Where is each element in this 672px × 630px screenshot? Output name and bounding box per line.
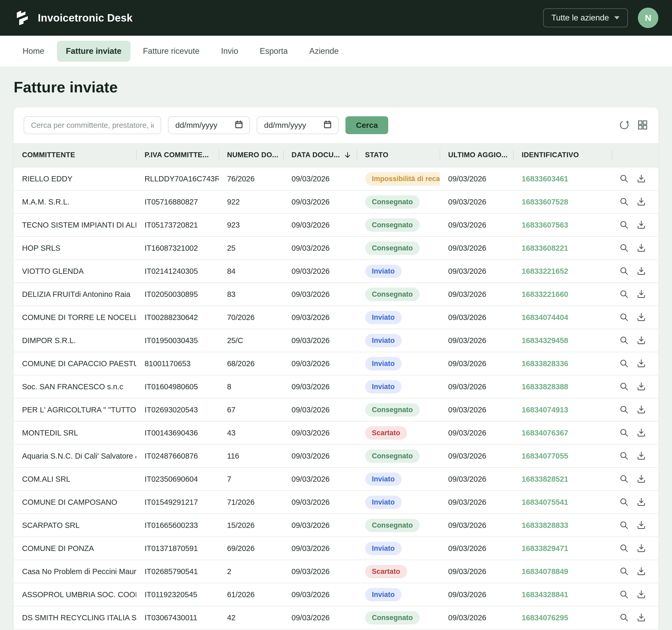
id-link[interactable]: 16833829471 <box>522 544 568 553</box>
id-link[interactable]: 16834074913 <box>522 406 568 414</box>
id-link[interactable]: 16833828833 <box>522 521 568 530</box>
view-invoice-button[interactable] <box>619 289 629 300</box>
id-link[interactable]: 16834076367 <box>522 429 568 437</box>
view-invoice-button[interactable] <box>619 474 629 485</box>
table-row[interactable]: MONTEDIL SRL IT00143690436 43 09/03/2026… <box>14 421 658 444</box>
download-invoice-button[interactable] <box>636 220 646 231</box>
view-invoice-button[interactable] <box>619 405 629 415</box>
table-row[interactable]: SCARPATO SRL IT01665600233 15/2026 09/03… <box>14 514 658 537</box>
view-invoice-button[interactable] <box>619 243 629 253</box>
nav-item-esporta[interactable]: Esporta <box>251 41 297 62</box>
table-row[interactable]: COMUNE DI CAMPOSANO IT01549291217 71/202… <box>14 491 658 514</box>
id-link[interactable]: 16833221660 <box>522 290 568 298</box>
nav-item-fatture-ricevute[interactable]: Fatture ricevute <box>134 41 209 62</box>
view-invoice-button[interactable] <box>619 566 629 577</box>
id-link[interactable]: 16834074404 <box>522 313 568 321</box>
download-invoice-button[interactable] <box>636 451 646 461</box>
column-header-identificativo[interactable]: IDENTIFICATIVO <box>513 143 612 167</box>
id-link[interactable]: 16833828336 <box>522 359 568 368</box>
download-invoice-button[interactable] <box>636 266 646 277</box>
table-row[interactable]: COMUNE DI TORRE LE NOCELLE IT00288230642… <box>14 306 658 329</box>
id-link[interactable]: 16833828521 <box>522 475 568 483</box>
view-invoice-button[interactable] <box>619 612 629 623</box>
table-row[interactable]: DIMPOR S.R.L. IT01950030435 25/C 09/03/2… <box>14 329 658 352</box>
download-invoice-button[interactable] <box>636 381 646 392</box>
columns-button[interactable] <box>637 119 648 131</box>
table-row[interactable]: DELIZIA FRUITdi Antonino Raia IT02050030… <box>14 283 658 306</box>
nav-item-fatture-inviate[interactable]: Fatture inviate <box>57 41 130 62</box>
table-row[interactable]: M.A.M. S.R.L. IT05716880827 922 09/03/20… <box>14 190 658 213</box>
refresh-button[interactable] <box>619 119 630 131</box>
table-row[interactable]: TECNO SISTEM IMPIANTI DI ALESSA IT051737… <box>14 213 658 237</box>
table-row[interactable]: COMUNE DI CAPACCIO PAESTUM 81001170653 6… <box>14 352 658 375</box>
view-invoice-button[interactable] <box>619 520 629 531</box>
download-invoice-button[interactable] <box>636 543 646 554</box>
table-row[interactable]: RIELLO EDDY RLLDDY70A16C743R 76/2026 09/… <box>14 167 658 190</box>
view-invoice-button[interactable] <box>619 220 629 231</box>
table-row[interactable]: Aquaria S.N.C. Di Cali' Salvatore & C IT… <box>14 444 658 467</box>
column-header-committente[interactable]: COMMITTENTE <box>14 143 136 167</box>
download-invoice-button[interactable] <box>636 520 646 531</box>
table-row[interactable]: HOP SRLS IT16087321002 25 09/03/2026 Con… <box>14 237 658 260</box>
view-invoice-button[interactable] <box>619 312 629 323</box>
download-invoice-button[interactable] <box>636 428 646 438</box>
id-link[interactable]: 16833608221 <box>522 244 568 252</box>
view-invoice-button[interactable] <box>619 451 629 461</box>
view-invoice-button[interactable] <box>619 335 629 346</box>
date-from-field[interactable]: dd/mm/yyyy <box>168 116 250 134</box>
download-invoice-button[interactable] <box>636 474 646 485</box>
id-link[interactable]: 16834076295 <box>522 613 568 622</box>
table-row[interactable]: VIOTTO GLENDA IT02141240305 84 09/03/202… <box>14 260 658 283</box>
id-link[interactable]: 16833607528 <box>522 198 568 206</box>
avatar[interactable]: N <box>638 8 658 28</box>
nav-item-home[interactable]: Home <box>14 41 53 62</box>
table-row[interactable]: Soc. SAN FRANCESCO s.n.c IT01604980605 8… <box>14 375 658 398</box>
view-invoice-button[interactable] <box>619 173 629 184</box>
table-row[interactable]: COM.ALI SRL IT02350690604 7 09/03/2026 I… <box>14 467 658 491</box>
table-row[interactable]: Casa No Problem di Peccini Maurizio IT02… <box>14 560 658 583</box>
view-invoice-button[interactable] <box>619 543 629 554</box>
search-button[interactable]: Cerca <box>345 116 388 134</box>
id-link[interactable]: 16833828388 <box>522 383 568 391</box>
date-to-field[interactable]: dd/mm/yyyy <box>257 116 339 134</box>
table-row[interactable]: COMUNE DI PONZA IT01371870591 69/2026 09… <box>14 537 658 560</box>
id-link[interactable]: 16834328841 <box>522 590 568 599</box>
table-row[interactable]: ASSOPROL UMBRIA SOC. COOP. IT01192320545… <box>14 583 658 606</box>
view-invoice-button[interactable] <box>619 358 629 369</box>
view-invoice-button[interactable] <box>619 197 629 208</box>
column-header-ultimo[interactable]: ULTIMO AGGIO... <box>440 143 513 167</box>
nav-item-aziende[interactable]: Aziende <box>300 41 347 62</box>
view-invoice-button[interactable] <box>619 428 629 438</box>
nav-item-invio[interactable]: Invio <box>212 41 247 62</box>
download-invoice-button[interactable] <box>636 612 646 623</box>
download-invoice-button[interactable] <box>636 197 646 208</box>
download-invoice-button[interactable] <box>636 566 646 577</box>
table-row[interactable]: PER L' AGRICOLTURA " "TUTTO IT0269302054… <box>14 398 658 421</box>
download-invoice-button[interactable] <box>636 589 646 600</box>
id-link[interactable]: 16833607563 <box>522 221 568 229</box>
download-invoice-button[interactable] <box>636 358 646 369</box>
download-invoice-button[interactable] <box>636 289 646 300</box>
id-link[interactable]: 16833603461 <box>522 174 568 183</box>
view-invoice-button[interactable] <box>619 497 629 508</box>
view-invoice-button[interactable] <box>619 266 629 277</box>
download-invoice-button[interactable] <box>636 243 646 253</box>
company-selector-button[interactable]: Tutte le aziende <box>543 8 628 27</box>
download-invoice-button[interactable] <box>636 497 646 508</box>
column-header-piva[interactable]: P.IVA COMMITTE... <box>136 143 219 167</box>
column-header-numero[interactable]: NUMERO DO... <box>219 143 283 167</box>
id-link[interactable]: 16834077055 <box>522 452 568 460</box>
id-link[interactable]: 16833221652 <box>522 267 568 275</box>
id-link[interactable]: 16834078849 <box>522 567 568 576</box>
view-invoice-button[interactable] <box>619 381 629 392</box>
view-invoice-button[interactable] <box>619 589 629 600</box>
id-link[interactable]: 16834075541 <box>522 498 568 506</box>
download-invoice-button[interactable] <box>636 312 646 323</box>
column-header-stato[interactable]: STATO <box>357 143 440 167</box>
column-header-data[interactable]: DATA DOCU... <box>283 143 357 167</box>
id-link[interactable]: 16834329458 <box>522 336 568 345</box>
table-row[interactable]: DS SMITH RECYCLING ITALIA SRL IT03067430… <box>14 606 658 629</box>
download-invoice-button[interactable] <box>636 335 646 346</box>
download-invoice-button[interactable] <box>636 173 646 184</box>
search-input[interactable] <box>24 116 161 134</box>
